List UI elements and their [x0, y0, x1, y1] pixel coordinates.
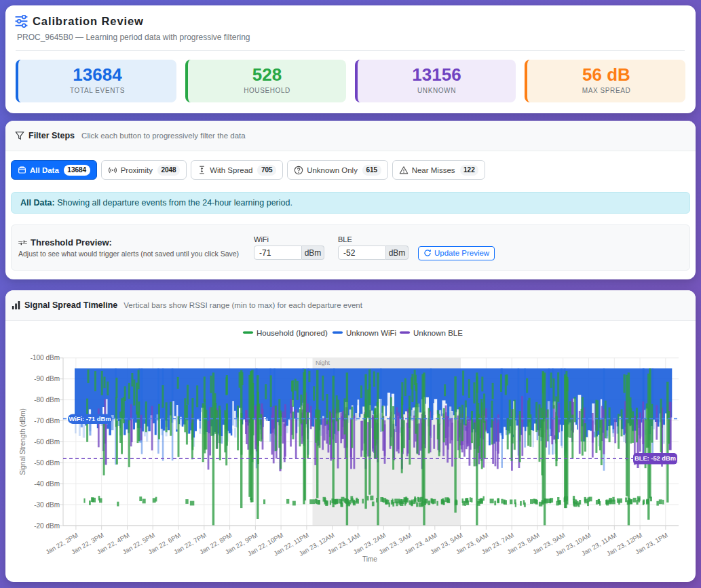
svg-text:-50 dBm: -50 dBm	[34, 459, 60, 467]
svg-text:Time: Time	[362, 555, 377, 563]
svg-text:-60 dBm: -60 dBm	[34, 438, 60, 446]
svg-text:-100 dBm: -100 dBm	[31, 354, 60, 361]
svg-text:-90 dBm: -90 dBm	[34, 375, 60, 383]
svg-text:-40 dBm: -40 dBm	[34, 480, 60, 488]
svg-text:-80 dBm: -80 dBm	[34, 396, 60, 404]
svg-text:Signal Strength (dBm): Signal Strength (dBm)	[19, 408, 26, 475]
svg-text:Household (Ignored): Household (Ignored)	[257, 329, 328, 337]
svg-text:WiFi: -71 dBm: WiFi: -71 dBm	[69, 416, 111, 423]
svg-text:Unknown WiFi: Unknown WiFi	[346, 329, 396, 337]
svg-text:BLE: -52 dBm: BLE: -52 dBm	[634, 455, 676, 462]
svg-text:-70 dBm: -70 dBm	[34, 417, 60, 425]
svg-text:Unknown BLE: Unknown BLE	[413, 329, 463, 337]
svg-text:-20 dBm: -20 dBm	[34, 522, 60, 530]
svg-text:-30 dBm: -30 dBm	[34, 501, 60, 509]
svg-text:Night: Night	[316, 359, 330, 366]
